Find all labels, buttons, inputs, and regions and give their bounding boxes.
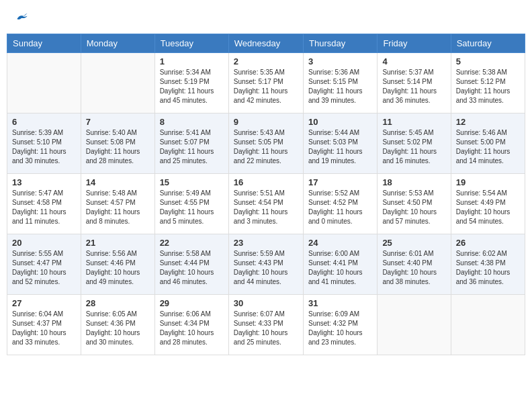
calendar-cell: 23Sunrise: 5:59 AM Sunset: 4:43 PM Dayli…	[228, 234, 303, 295]
calendar-cell	[451, 295, 525, 355]
calendar-cell: 2Sunrise: 5:35 AM Sunset: 5:17 PM Daylig…	[228, 53, 303, 113]
day-info: Sunrise: 5:59 AM Sunset: 4:43 PM Dayligh…	[234, 249, 298, 287]
day-number: 12	[456, 117, 520, 127]
day-info: Sunrise: 5:39 AM Sunset: 5:10 PM Dayligh…	[12, 128, 76, 166]
day-number: 23	[234, 238, 298, 248]
day-info: Sunrise: 6:00 AM Sunset: 4:41 PM Dayligh…	[308, 249, 372, 287]
day-of-week-header: Sunday	[7, 34, 81, 53]
day-number: 30	[234, 298, 298, 308]
calendar-cell: 15Sunrise: 5:49 AM Sunset: 4:55 PM Dayli…	[154, 174, 228, 234]
day-number: 10	[308, 117, 372, 127]
day-number: 8	[160, 117, 224, 127]
calendar-cell: 13Sunrise: 5:47 AM Sunset: 4:58 PM Dayli…	[7, 174, 81, 234]
day-info: Sunrise: 6:05 AM Sunset: 4:36 PM Dayligh…	[86, 310, 150, 347]
day-info: Sunrise: 5:55 AM Sunset: 4:47 PM Dayligh…	[12, 249, 76, 287]
day-number: 18	[382, 177, 445, 187]
calendar-cell: 28Sunrise: 6:05 AM Sunset: 4:36 PM Dayli…	[81, 295, 154, 355]
calendar-cell: 26Sunrise: 6:02 AM Sunset: 4:38 PM Dayli…	[451, 234, 525, 295]
day-info: Sunrise: 6:06 AM Sunset: 4:34 PM Dayligh…	[160, 310, 224, 347]
day-number: 16	[234, 177, 298, 187]
day-info: Sunrise: 5:49 AM Sunset: 4:55 PM Dayligh…	[160, 189, 224, 226]
day-info: Sunrise: 5:38 AM Sunset: 5:12 PM Dayligh…	[456, 68, 520, 105]
day-number: 26	[456, 238, 520, 248]
day-number: 14	[86, 177, 150, 187]
calendar-cell: 5Sunrise: 5:38 AM Sunset: 5:12 PM Daylig…	[451, 53, 525, 113]
calendar-cell: 31Sunrise: 6:09 AM Sunset: 4:32 PM Dayli…	[303, 295, 377, 355]
day-number: 11	[382, 117, 445, 127]
calendar-cell: 4Sunrise: 5:37 AM Sunset: 5:14 PM Daylig…	[378, 53, 451, 113]
calendar-cell: 18Sunrise: 5:53 AM Sunset: 4:50 PM Dayli…	[378, 174, 451, 234]
day-info: Sunrise: 6:07 AM Sunset: 4:33 PM Dayligh…	[234, 310, 298, 347]
calendar-cell: 27Sunrise: 6:04 AM Sunset: 4:37 PM Dayli…	[7, 295, 81, 355]
day-info: Sunrise: 5:46 AM Sunset: 5:00 PM Dayligh…	[456, 128, 520, 166]
day-number: 22	[160, 238, 224, 248]
calendar-week-row: 13Sunrise: 5:47 AM Sunset: 4:58 PM Dayli…	[7, 174, 525, 234]
calendar-cell: 1Sunrise: 5:34 AM Sunset: 5:19 PM Daylig…	[154, 53, 228, 113]
day-info: Sunrise: 5:44 AM Sunset: 5:03 PM Dayligh…	[308, 128, 372, 166]
calendar-cell: 14Sunrise: 5:48 AM Sunset: 4:57 PM Dayli…	[81, 174, 154, 234]
calendar-body: 1Sunrise: 5:34 AM Sunset: 5:19 PM Daylig…	[7, 53, 525, 355]
calendar-cell: 21Sunrise: 5:56 AM Sunset: 4:46 PM Dayli…	[81, 234, 154, 295]
day-of-week-header: Tuesday	[154, 34, 228, 53]
day-info: Sunrise: 5:41 AM Sunset: 5:07 PM Dayligh…	[160, 128, 224, 166]
logo	[13, 10, 28, 24]
day-number: 21	[86, 238, 150, 248]
calendar-cell: 9Sunrise: 5:43 AM Sunset: 5:05 PM Daylig…	[228, 113, 303, 174]
calendar-week-row: 6Sunrise: 5:39 AM Sunset: 5:10 PM Daylig…	[7, 113, 525, 174]
day-number: 24	[308, 238, 372, 248]
day-number: 27	[12, 298, 76, 308]
day-number: 20	[12, 238, 76, 248]
calendar-cell: 20Sunrise: 5:55 AM Sunset: 4:47 PM Dayli…	[7, 234, 81, 295]
day-info: Sunrise: 6:04 AM Sunset: 4:37 PM Dayligh…	[12, 310, 76, 347]
logo-bird-icon	[15, 10, 28, 24]
day-info: Sunrise: 5:51 AM Sunset: 4:54 PM Dayligh…	[234, 189, 298, 226]
calendar-cell: 17Sunrise: 5:52 AM Sunset: 4:52 PM Dayli…	[303, 174, 377, 234]
day-number: 19	[456, 177, 520, 187]
calendar-cell: 25Sunrise: 6:01 AM Sunset: 4:40 PM Dayli…	[378, 234, 451, 295]
calendar-week-row: 20Sunrise: 5:55 AM Sunset: 4:47 PM Dayli…	[7, 234, 525, 295]
calendar-cell: 11Sunrise: 5:45 AM Sunset: 5:02 PM Dayli…	[378, 113, 451, 174]
calendar-cell	[81, 53, 154, 113]
day-number: 4	[382, 56, 445, 66]
calendar-week-row: 27Sunrise: 6:04 AM Sunset: 4:37 PM Dayli…	[7, 295, 525, 355]
calendar-cell: 30Sunrise: 6:07 AM Sunset: 4:33 PM Dayli…	[228, 295, 303, 355]
calendar-cell: 29Sunrise: 6:06 AM Sunset: 4:34 PM Dayli…	[154, 295, 228, 355]
day-number: 7	[86, 117, 150, 127]
day-info: Sunrise: 5:43 AM Sunset: 5:05 PM Dayligh…	[234, 128, 298, 166]
day-info: Sunrise: 5:52 AM Sunset: 4:52 PM Dayligh…	[308, 189, 372, 226]
day-of-week-header: Thursday	[303, 34, 377, 53]
day-info: Sunrise: 5:54 AM Sunset: 4:49 PM Dayligh…	[456, 189, 520, 226]
day-info: Sunrise: 5:58 AM Sunset: 4:44 PM Dayligh…	[160, 249, 224, 287]
day-number: 5	[456, 56, 520, 66]
calendar-cell: 10Sunrise: 5:44 AM Sunset: 5:03 PM Dayli…	[303, 113, 377, 174]
day-number: 25	[382, 238, 445, 248]
day-info: Sunrise: 5:34 AM Sunset: 5:19 PM Dayligh…	[160, 68, 224, 105]
day-info: Sunrise: 6:02 AM Sunset: 4:38 PM Dayligh…	[456, 249, 520, 287]
day-info: Sunrise: 6:01 AM Sunset: 4:40 PM Dayligh…	[382, 249, 445, 287]
calendar-cell: 7Sunrise: 5:40 AM Sunset: 5:08 PM Daylig…	[81, 113, 154, 174]
calendar-cell: 8Sunrise: 5:41 AM Sunset: 5:07 PM Daylig…	[154, 113, 228, 174]
day-number: 13	[12, 177, 76, 187]
calendar-cell	[378, 295, 451, 355]
day-info: Sunrise: 6:09 AM Sunset: 4:32 PM Dayligh…	[308, 310, 372, 347]
day-number: 1	[160, 56, 224, 66]
day-number: 9	[234, 117, 298, 127]
calendar-week-row: 1Sunrise: 5:34 AM Sunset: 5:19 PM Daylig…	[7, 53, 525, 113]
day-info: Sunrise: 5:45 AM Sunset: 5:02 PM Dayligh…	[382, 128, 445, 166]
day-info: Sunrise: 5:47 AM Sunset: 4:58 PM Dayligh…	[12, 189, 76, 226]
day-number: 29	[160, 298, 224, 308]
calendar-table: SundayMondayTuesdayWednesdayThursdayFrid…	[7, 34, 525, 355]
calendar-cell: 6Sunrise: 5:39 AM Sunset: 5:10 PM Daylig…	[7, 113, 81, 174]
day-info: Sunrise: 5:56 AM Sunset: 4:46 PM Dayligh…	[86, 249, 150, 287]
calendar-cell: 12Sunrise: 5:46 AM Sunset: 5:00 PM Dayli…	[451, 113, 525, 174]
day-info: Sunrise: 5:40 AM Sunset: 5:08 PM Dayligh…	[86, 128, 150, 166]
day-info: Sunrise: 5:48 AM Sunset: 4:57 PM Dayligh…	[86, 189, 150, 226]
page-header	[7, 7, 525, 27]
calendar-cell: 24Sunrise: 6:00 AM Sunset: 4:41 PM Dayli…	[303, 234, 377, 295]
day-info: Sunrise: 5:53 AM Sunset: 4:50 PM Dayligh…	[382, 189, 445, 226]
day-number: 6	[12, 117, 76, 127]
day-number: 28	[86, 298, 150, 308]
day-number: 15	[160, 177, 224, 187]
calendar-cell: 16Sunrise: 5:51 AM Sunset: 4:54 PM Dayli…	[228, 174, 303, 234]
day-of-week-header: Monday	[81, 34, 154, 53]
